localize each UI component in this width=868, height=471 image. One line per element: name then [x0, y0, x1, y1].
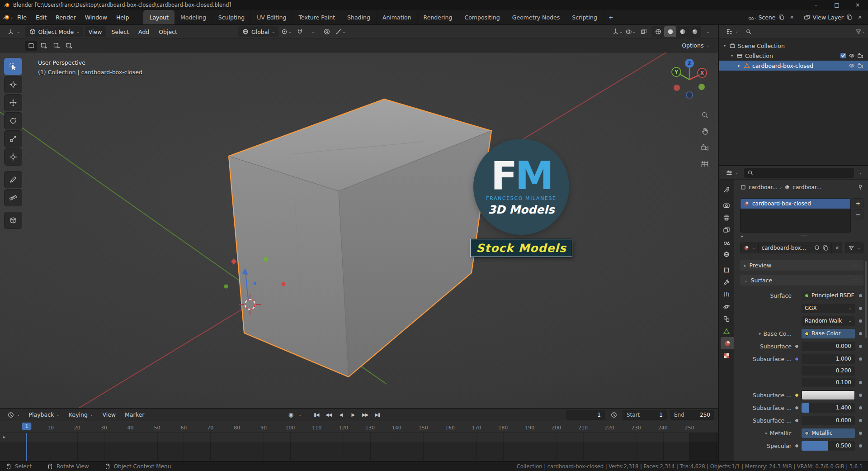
tool-cursor[interactable]: [4, 76, 22, 93]
tab-scripting[interactable]: Scripting: [566, 10, 604, 24]
menu-add[interactable]: Add: [134, 26, 153, 37]
tool-annotate[interactable]: [4, 171, 22, 188]
auto-keying-settings-button[interactable]: ⌄: [297, 410, 302, 420]
animate-dot[interactable]: [859, 307, 862, 310]
camera-visibility-icon[interactable]: [857, 52, 863, 59]
animate-dot[interactable]: [859, 294, 862, 297]
select-mode-set-button[interactable]: [25, 41, 37, 51]
jump-next-keyframe-button[interactable]: ▶▶: [359, 410, 371, 420]
animate-dot[interactable]: [859, 444, 862, 447]
shading-material-button[interactable]: [676, 26, 689, 37]
expander-icon[interactable]: ▸: [737, 63, 741, 68]
new-view-layer-button[interactable]: [845, 13, 854, 22]
eye-icon[interactable]: [849, 62, 855, 69]
surface-shader-button[interactable]: Principled BSDF: [802, 291, 855, 300]
subsurface-radius-x-field[interactable]: 1.000: [802, 354, 855, 364]
panel-preview[interactable]: ▸ Preview ∷∷: [740, 260, 863, 271]
navigation-gizmo[interactable]: Z Y X: [663, 53, 716, 106]
timeline-menu-keying[interactable]: Keying⌄: [65, 410, 98, 420]
chevron-right-icon[interactable]: ▸: [759, 331, 761, 336]
outliner-search-button[interactable]: [744, 27, 753, 36]
remove-view-layer-button[interactable]: ✕: [855, 13, 864, 22]
timeline-ruler[interactable]: 10 20 30 40 50 60 70 80 90 100 110 120 1…: [0, 421, 718, 433]
subsurface-ior-slider[interactable]: 1.400: [802, 403, 855, 413]
menu-render[interactable]: Render: [51, 12, 80, 23]
tab-shading[interactable]: Shading: [341, 10, 377, 24]
panel-surface[interactable]: ⌄ Surface ∷∷: [740, 275, 863, 285]
tree-row-scene-collection[interactable]: ▾ Scene Collection: [719, 41, 868, 51]
menu-window[interactable]: Window: [80, 12, 112, 23]
cardboard-box-object[interactable]: [229, 99, 491, 377]
view-layer-name[interactable]: View Layer: [813, 14, 844, 21]
new-scene-button[interactable]: [777, 13, 786, 22]
base-color-link-button[interactable]: Base Color: [802, 329, 855, 338]
xray-toggle-button[interactable]: [637, 26, 650, 37]
view-layer-icon-button[interactable]: [802, 13, 811, 22]
material-specials-button[interactable]: ⌄: [845, 243, 863, 253]
axis-y-neg-ball[interactable]: [698, 84, 705, 90]
menu-help[interactable]: Help: [112, 12, 134, 23]
blender-menu-button[interactable]: ⌄: [4, 13, 13, 22]
timeline-editor-type-button[interactable]: ⌄: [4, 409, 24, 420]
tab-physics[interactable]: [719, 300, 734, 313]
menu-edit[interactable]: Edit: [31, 12, 51, 23]
tool-scale[interactable]: [4, 130, 22, 147]
playhead[interactable]: 1: [22, 423, 31, 430]
zoom-button[interactable]: [699, 109, 710, 120]
tab-texture-paint[interactable]: Texture Paint: [292, 10, 341, 24]
material-slot-list[interactable]: cardboard-box-closed: [740, 198, 851, 233]
select-mode-subtract-button[interactable]: [51, 41, 62, 51]
checkbox-checked-icon[interactable]: [840, 52, 846, 59]
select-mode-invert-button[interactable]: [63, 41, 75, 51]
tab-uv-editing[interactable]: UV Editing: [251, 10, 292, 24]
shading-wireframe-button[interactable]: [652, 26, 664, 37]
auto-keying-button[interactable]: ◉: [285, 410, 296, 420]
tree-row-object-cardboard-box-closed[interactable]: ▸ cardboard-box-closed: [719, 61, 868, 71]
specular-slider[interactable]: 0.500: [802, 441, 855, 451]
outliner-filter-button[interactable]: ⌄: [856, 27, 865, 36]
snap-toggle-button[interactable]: [293, 26, 306, 37]
tool-add-cube[interactable]: [4, 212, 22, 229]
tab-world[interactable]: [719, 248, 734, 260]
jump-to-end-button[interactable]: ▶▮: [372, 410, 383, 420]
jump-to-start-button[interactable]: ▮◀: [311, 410, 322, 420]
camera-visibility-icon[interactable]: [857, 62, 863, 69]
shading-settings-button[interactable]: ⌄: [702, 26, 714, 37]
mode-dropdown[interactable]: Object Mode ⌄: [25, 26, 83, 37]
play-button[interactable]: ▶: [347, 410, 359, 420]
tab-render[interactable]: [719, 199, 734, 211]
browse-scene-button[interactable]: ⌄: [748, 13, 757, 22]
tool-transform[interactable]: [4, 148, 22, 166]
tab-particles[interactable]: [719, 288, 734, 300]
viewport-3d[interactable]: User Perspective (1) Collection | cardbo…: [0, 52, 718, 408]
new-material-copy-icon[interactable]: [822, 245, 829, 251]
tab-texture[interactable]: [719, 349, 734, 362]
animate-dot[interactable]: [859, 419, 862, 422]
pan-button[interactable]: [699, 126, 710, 137]
tab-animation[interactable]: Animation: [377, 10, 418, 24]
proportional-falloff-button[interactable]: ⌄: [334, 26, 346, 37]
subsurface-radius-z-field[interactable]: 0.100: [802, 378, 855, 387]
timeline-menu-marker[interactable]: Marker: [121, 410, 148, 420]
menu-select[interactable]: Select: [108, 26, 133, 37]
properties-filter-button[interactable]: ⌄: [856, 168, 865, 177]
tab-geometry-nodes[interactable]: Geometry Nodes: [506, 10, 566, 24]
subsurface-radius-y-field[interactable]: 0.200: [802, 366, 855, 376]
eye-icon[interactable]: [849, 52, 855, 59]
maximize-button[interactable]: □: [826, 0, 847, 10]
tab-rendering[interactable]: Rendering: [418, 10, 459, 24]
start-frame-field[interactable]: Start1: [623, 410, 667, 420]
expander-icon[interactable]: ▾: [722, 43, 727, 48]
animate-dot[interactable]: [859, 357, 862, 361]
shading-rendered-button[interactable]: [689, 26, 701, 37]
breadcrumb-object[interactable]: cardboar...: [749, 184, 778, 190]
ortho-toggle-button[interactable]: [699, 158, 710, 169]
tab-constraints[interactable]: [719, 313, 734, 325]
tab-object[interactable]: [719, 264, 734, 276]
tool-measure[interactable]: [4, 189, 22, 206]
animate-dot[interactable]: [859, 319, 862, 323]
expander-icon[interactable]: ▾: [730, 53, 734, 58]
preview-range-button[interactable]: [608, 410, 619, 420]
tab-layout[interactable]: Layout: [143, 10, 175, 24]
scrollbar[interactable]: [865, 261, 867, 338]
